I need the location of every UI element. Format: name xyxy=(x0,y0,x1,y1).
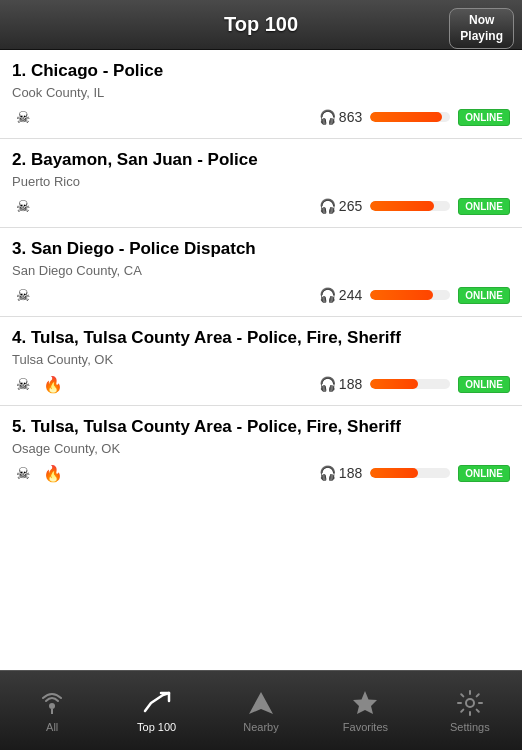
svg-marker-3 xyxy=(353,691,377,714)
online-badge: ONLINE xyxy=(458,198,510,215)
police-icon: ☠ xyxy=(12,106,34,128)
online-badge: ONLINE xyxy=(458,287,510,304)
tab-top100-label: Top 100 xyxy=(137,721,176,733)
police-icon: ☠ xyxy=(12,373,34,395)
station-item[interactable]: 5. Tulsa, Tulsa County Area - Police, Fi… xyxy=(0,406,522,494)
chart-icon xyxy=(143,689,171,717)
station-list: 1. Chicago - Police Cook County, IL ☠ 🎧 … xyxy=(0,50,522,670)
headphone-icon: 🎧 xyxy=(319,465,336,481)
signal-bar xyxy=(370,112,450,122)
station-meta: ☠ 🎧 863 ONLINE xyxy=(12,106,510,128)
tab-top100[interactable]: Top 100 xyxy=(104,671,208,750)
page-title: Top 100 xyxy=(224,13,298,36)
broadcast-icon xyxy=(38,689,66,717)
headphone-icon: 🎧 xyxy=(319,376,336,392)
listener-count: 🎧 244 xyxy=(319,287,362,303)
tab-nearby-label: Nearby xyxy=(243,721,278,733)
tab-all-label: All xyxy=(46,721,58,733)
police-icon: ☠ xyxy=(12,284,34,306)
listener-count: 🎧 188 xyxy=(319,376,362,392)
tab-settings[interactable]: Settings xyxy=(418,671,522,750)
police-icon: ☠ xyxy=(12,195,34,217)
police-icon: ☠ xyxy=(12,462,34,484)
signal-bar xyxy=(370,468,450,478)
star-icon xyxy=(351,689,379,717)
station-meta: ☠ 🔥 🎧 188 ONLINE xyxy=(12,373,510,395)
station-item[interactable]: 1. Chicago - Police Cook County, IL ☠ 🎧 … xyxy=(0,50,522,139)
tab-all[interactable]: All xyxy=(0,671,104,750)
listener-count: 🎧 265 xyxy=(319,198,362,214)
station-location: Puerto Rico xyxy=(12,174,510,189)
online-badge: ONLINE xyxy=(458,465,510,482)
gear-icon xyxy=(456,689,484,717)
station-title: 4. Tulsa, Tulsa County Area - Police, Fi… xyxy=(12,327,510,349)
station-location: Osage County, OK xyxy=(12,441,510,456)
online-badge: ONLINE xyxy=(458,376,510,393)
station-item[interactable]: 2. Bayamon, San Juan - Police Puerto Ric… xyxy=(0,139,522,228)
station-title: 2. Bayamon, San Juan - Police xyxy=(12,149,510,171)
svg-point-4 xyxy=(466,699,474,707)
tab-bar: All Top 100 Nearby Favorites xyxy=(0,670,522,750)
headphone-icon: 🎧 xyxy=(319,287,336,303)
svg-point-0 xyxy=(49,703,55,709)
signal-bar xyxy=(370,379,450,389)
station-location: Cook County, IL xyxy=(12,85,510,100)
station-meta: ☠ 🎧 244 ONLINE xyxy=(12,284,510,306)
tab-favorites-label: Favorites xyxy=(343,721,388,733)
fire-icon: 🔥 xyxy=(42,462,64,484)
station-location: San Diego County, CA xyxy=(12,263,510,278)
listener-count: 🎧 863 xyxy=(319,109,362,125)
location-icon xyxy=(247,689,275,717)
station-title: 1. Chicago - Police xyxy=(12,60,510,82)
station-location: Tulsa County, OK xyxy=(12,352,510,367)
headphone-icon: 🎧 xyxy=(319,109,336,125)
station-title: 5. Tulsa, Tulsa County Area - Police, Fi… xyxy=(12,416,510,438)
now-playing-button[interactable]: NowPlaying xyxy=(449,8,514,49)
station-meta: ☠ 🎧 265 ONLINE xyxy=(12,195,510,217)
headphone-icon: 🎧 xyxy=(319,198,336,214)
fire-icon: 🔥 xyxy=(42,373,64,395)
listener-count: 🎧 188 xyxy=(319,465,362,481)
tab-settings-label: Settings xyxy=(450,721,490,733)
svg-marker-2 xyxy=(249,692,273,714)
signal-bar xyxy=(370,201,450,211)
tab-favorites[interactable]: Favorites xyxy=(313,671,417,750)
online-badge: ONLINE xyxy=(458,109,510,126)
app-header: Top 100 NowPlaying xyxy=(0,0,522,50)
station-item[interactable]: 4. Tulsa, Tulsa County Area - Police, Fi… xyxy=(0,317,522,406)
station-item[interactable]: 3. San Diego - Police Dispatch San Diego… xyxy=(0,228,522,317)
signal-bar xyxy=(370,290,450,300)
tab-nearby[interactable]: Nearby xyxy=(209,671,313,750)
station-title: 3. San Diego - Police Dispatch xyxy=(12,238,510,260)
station-meta: ☠ 🔥 🎧 188 ONLINE xyxy=(12,462,510,484)
